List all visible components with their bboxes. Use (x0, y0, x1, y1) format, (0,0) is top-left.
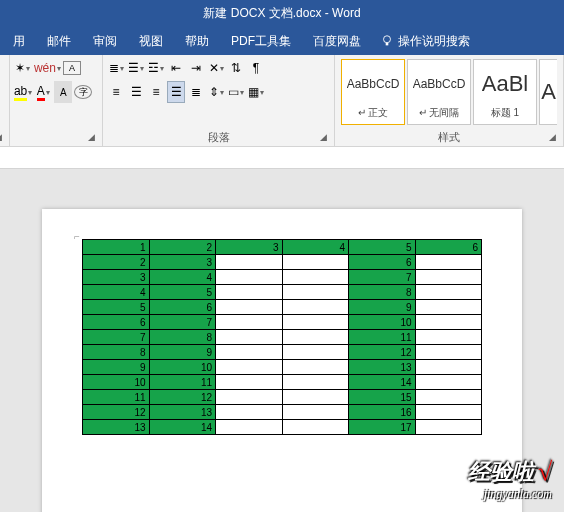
table-row[interactable]: 121316 (83, 405, 482, 420)
show-marks-button[interactable]: ¶ (247, 57, 265, 79)
table-row[interactable]: 569 (83, 300, 482, 315)
table-row[interactable]: 91013 (83, 360, 482, 375)
table-cell[interactable]: 5 (349, 240, 416, 255)
table-cell[interactable]: 2 (149, 240, 216, 255)
table-row[interactable]: 458 (83, 285, 482, 300)
sort-button[interactable]: ⇅ (227, 57, 245, 79)
font-color-button[interactable]: A (34, 81, 52, 103)
table-cell[interactable] (415, 390, 482, 405)
table-cell[interactable] (216, 375, 283, 390)
tell-me-search[interactable]: 操作说明搜索 (380, 33, 470, 50)
table-cell[interactable] (282, 270, 349, 285)
distribute-button[interactable]: ≣ (187, 81, 205, 103)
style-normal[interactable]: AaBbCcD ↵ 正文 (341, 59, 405, 125)
table-cell[interactable]: 16 (349, 405, 416, 420)
table-cell[interactable] (282, 375, 349, 390)
style-more[interactable]: A (539, 59, 557, 125)
table-cell[interactable]: 10 (83, 375, 150, 390)
table-cell[interactable] (282, 315, 349, 330)
table-cell[interactable] (216, 300, 283, 315)
table-cell[interactable]: 6 (149, 300, 216, 315)
shading-button[interactable]: ▭ (227, 81, 245, 103)
table-cell[interactable] (415, 375, 482, 390)
table-cell[interactable]: 6 (415, 240, 482, 255)
table-cell[interactable] (415, 315, 482, 330)
line-spacing-button[interactable]: ⇕ (207, 81, 225, 103)
table-cell[interactable] (282, 300, 349, 315)
menu-item-baidu[interactable]: 百度网盘 (302, 33, 372, 50)
table-cell[interactable] (415, 270, 482, 285)
table-cell[interactable]: 12 (83, 405, 150, 420)
align-right-button[interactable]: ≡ (147, 81, 165, 103)
table-cell[interactable]: 10 (149, 360, 216, 375)
table-cell[interactable]: 14 (349, 375, 416, 390)
table-cell[interactable]: 13 (349, 360, 416, 375)
table-cell[interactable] (415, 300, 482, 315)
table-cell[interactable]: 5 (149, 285, 216, 300)
table-cell[interactable] (216, 330, 283, 345)
table-cell[interactable]: 3 (216, 240, 283, 255)
table-row[interactable]: 131417 (83, 420, 482, 435)
table-cell[interactable]: 7 (149, 315, 216, 330)
phonetic-guide-button[interactable]: wén (34, 57, 61, 79)
table-cell[interactable] (282, 405, 349, 420)
table-cell[interactable]: 9 (83, 360, 150, 375)
table-cell[interactable]: 17 (349, 420, 416, 435)
menu-item-review[interactable]: 审阅 (82, 33, 128, 50)
menu-item-mail[interactable]: 邮件 (36, 33, 82, 50)
table-row[interactable]: 236 (83, 255, 482, 270)
table-cell[interactable] (415, 255, 482, 270)
table-cell[interactable]: 13 (83, 420, 150, 435)
table-cell[interactable] (282, 255, 349, 270)
style-heading1[interactable]: AaBl 标题 1 (473, 59, 537, 125)
borders-button[interactable]: ▦ (247, 81, 265, 103)
table-cell[interactable]: 7 (83, 330, 150, 345)
multilevel-button[interactable]: ☲ (147, 57, 165, 79)
table-cell[interactable] (415, 345, 482, 360)
table-row[interactable]: 347 (83, 270, 482, 285)
align-center-button[interactable]: ☰ (127, 81, 145, 103)
table-cell[interactable] (216, 405, 283, 420)
clipboard-launcher-icon[interactable]: ◢ (0, 132, 7, 144)
table-row[interactable]: 8912 (83, 345, 482, 360)
numbering-button[interactable]: ☰ (127, 57, 145, 79)
table-cell[interactable]: 3 (149, 255, 216, 270)
table-cell[interactable] (216, 390, 283, 405)
table-cell[interactable]: 8 (83, 345, 150, 360)
table-cell[interactable] (216, 270, 283, 285)
menu-item-pdftools[interactable]: PDF工具集 (220, 33, 302, 50)
table-cell[interactable]: 14 (149, 420, 216, 435)
table-cell[interactable] (415, 360, 482, 375)
char-border-button[interactable]: A (63, 61, 81, 75)
table-cell[interactable]: 8 (349, 285, 416, 300)
table-cell[interactable]: 5 (83, 300, 150, 315)
table-cell[interactable] (415, 405, 482, 420)
table-cell[interactable] (282, 420, 349, 435)
increase-indent-button[interactable]: ⇥ (187, 57, 205, 79)
table-cell[interactable] (282, 285, 349, 300)
table-cell[interactable]: 8 (149, 330, 216, 345)
table-cell[interactable]: 11 (349, 330, 416, 345)
table-cell[interactable] (415, 285, 482, 300)
word-table[interactable]: 1234562363474585696710781189129101310111… (82, 239, 482, 435)
table-row[interactable]: 101114 (83, 375, 482, 390)
menu-item-view[interactable]: 视图 (128, 33, 174, 50)
table-cell[interactable]: 9 (349, 300, 416, 315)
table-cell[interactable]: 11 (149, 375, 216, 390)
table-cell[interactable]: 4 (83, 285, 150, 300)
table-cell[interactable] (415, 330, 482, 345)
table-cell[interactable] (415, 420, 482, 435)
table-cell[interactable] (216, 360, 283, 375)
table-cell[interactable] (282, 360, 349, 375)
menu-item-help[interactable]: 帮助 (174, 33, 220, 50)
table-row[interactable]: 7811 (83, 330, 482, 345)
asian-layout-button[interactable]: ✕ (207, 57, 225, 79)
align-left-button[interactable]: ≡ (107, 81, 125, 103)
style-nospacing[interactable]: AaBbCcD ↵ 无间隔 (407, 59, 471, 125)
table-cell[interactable] (216, 420, 283, 435)
table-cell[interactable]: 4 (282, 240, 349, 255)
table-cell[interactable]: 12 (149, 390, 216, 405)
font-launcher-icon[interactable]: ◢ (88, 132, 100, 144)
table-cell[interactable] (216, 255, 283, 270)
paragraph-launcher-icon[interactable]: ◢ (320, 132, 332, 144)
